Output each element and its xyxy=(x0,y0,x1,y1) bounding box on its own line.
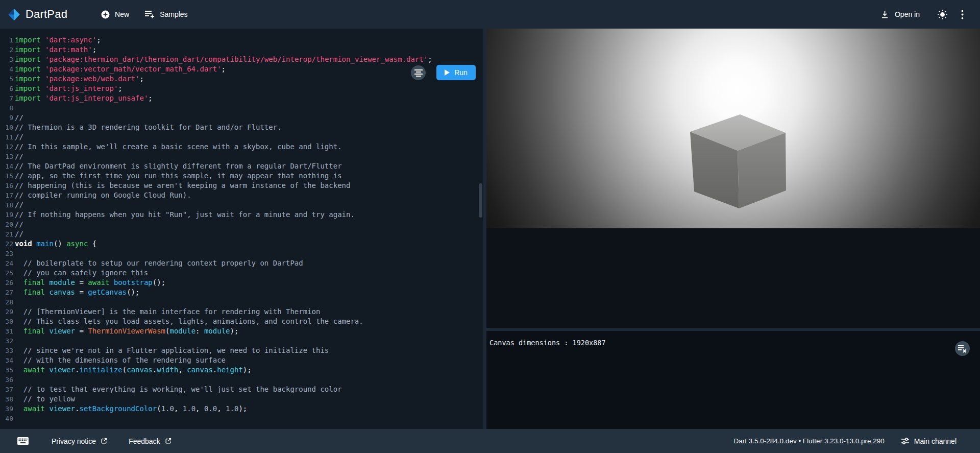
code-line: 38 // to yellow xyxy=(0,394,483,404)
external-link-icon xyxy=(165,438,172,444)
code-text xyxy=(13,297,15,307)
code-text: // This class lets you load assets, ligh… xyxy=(13,317,363,326)
code-text: import 'dart:js_interop_unsafe'; xyxy=(13,93,153,103)
code-text: // you can safely ignore this xyxy=(13,268,148,278)
code-text: // xyxy=(13,113,23,123)
feedback-link[interactable]: Feedback xyxy=(129,437,171,445)
render-canvas[interactable] xyxy=(486,29,980,228)
line-number: 32 xyxy=(0,336,13,346)
line-number: 34 xyxy=(0,355,13,365)
line-number: 39 xyxy=(0,404,13,414)
line-number: 11 xyxy=(0,132,13,142)
line-number: 27 xyxy=(0,288,13,297)
code-line: 30 // This class lets you load assets, l… xyxy=(0,317,483,326)
line-number: 7 xyxy=(0,93,13,103)
code-text: await viewer.initialize(canvas.width, ca… xyxy=(13,365,252,375)
line-number: 3 xyxy=(0,55,13,64)
code-line: 37 // to test that everything is working… xyxy=(0,385,483,394)
header: DartPad New Samples xyxy=(0,0,980,29)
code-line: 31 final viewer = ThermionViewerWasm(mod… xyxy=(0,326,483,336)
line-number: 28 xyxy=(0,297,13,307)
format-button[interactable] xyxy=(411,65,426,80)
code-text: // boilerplate to setup our rendering co… xyxy=(13,258,303,268)
code-line: 18// xyxy=(0,200,483,210)
code-text: import 'package:thermion_dart/thermion_d… xyxy=(13,55,432,64)
code-line: 1import 'dart:async'; xyxy=(0,35,483,45)
channel-selector-button[interactable]: Main channel xyxy=(901,437,957,445)
code-text: // xyxy=(13,220,23,229)
clear-console-button[interactable] xyxy=(955,341,970,356)
line-number: 1 xyxy=(0,35,13,45)
code-text: // xyxy=(13,229,23,239)
footer: Privacy notice Feedback Dart 3.5.0-284.0… xyxy=(0,429,980,453)
code-line: 21// xyxy=(0,229,483,239)
line-number: 6 xyxy=(0,84,13,93)
code-text: // to test that everything is working, w… xyxy=(13,385,342,394)
theme-toggle-button[interactable] xyxy=(937,9,948,20)
line-number: 23 xyxy=(0,249,13,258)
line-number: 20 xyxy=(0,220,13,229)
line-number: 2 xyxy=(0,45,13,55)
line-number: 21 xyxy=(0,229,13,239)
run-button-label: Run xyxy=(454,68,468,77)
line-number: 19 xyxy=(0,210,13,220)
code-line: 13// xyxy=(0,152,483,161)
line-number: 16 xyxy=(0,181,13,190)
feedback-label: Feedback xyxy=(129,437,160,445)
samples-button[interactable]: Samples xyxy=(145,10,187,19)
line-number: 37 xyxy=(0,385,13,394)
code-line: 39 await viewer.setBackgroundColor(1.0, … xyxy=(0,404,483,414)
code-line: 35 await viewer.initialize(canvas.width,… xyxy=(0,365,483,375)
code-text xyxy=(13,249,15,258)
line-number: 25 xyxy=(0,268,13,278)
line-number: 12 xyxy=(0,142,13,152)
code-text: import 'package:vector_math/vector_math_… xyxy=(13,64,226,74)
new-button[interactable]: New xyxy=(101,10,129,19)
code-text: // [ThermionViewer] is the main interfac… xyxy=(13,307,320,317)
code-line: 9// xyxy=(0,113,483,123)
samples-button-label: Samples xyxy=(160,10,187,18)
editor-scrollbar[interactable] xyxy=(479,183,482,218)
brightness-icon xyxy=(937,9,948,20)
code-text: // Thermion is a 3D rendering toolkit fo… xyxy=(13,123,282,132)
code-line: 5import 'package:web/web.dart'; xyxy=(0,74,483,84)
code-text: import 'dart:math'; xyxy=(13,45,96,55)
code-editor[interactable]: 1import 'dart:async';2import 'dart:math'… xyxy=(0,29,483,429)
code-line: 22void main() async { xyxy=(0,239,483,249)
code-line: 20// xyxy=(0,220,483,229)
line-number: 15 xyxy=(0,171,13,181)
code-text: // In this sample, we'll create a basic … xyxy=(13,142,342,152)
code-line: 3import 'package:thermion_dart/thermion_… xyxy=(0,55,483,64)
code-line: 19// If nothing happens when you hit "Ru… xyxy=(0,210,483,220)
clear-console-icon xyxy=(958,345,967,353)
run-button[interactable]: Run xyxy=(436,65,476,80)
code-text: // The DartPad environment is slightly d… xyxy=(13,161,342,171)
open-in-button[interactable]: Open in xyxy=(880,10,920,19)
line-number: 31 xyxy=(0,326,13,336)
code-text: await viewer.setBackgroundColor(1.0, 1.0… xyxy=(13,404,247,414)
line-number: 35 xyxy=(0,365,13,375)
line-number: 17 xyxy=(0,190,13,200)
code-line: 28 xyxy=(0,297,483,307)
code-line: 16// happening (this is because we aren'… xyxy=(0,181,483,190)
download-icon xyxy=(880,10,889,19)
overflow-menu-button[interactable] xyxy=(961,10,964,19)
console-output: Canvas dimensions : 980x453 xyxy=(486,331,980,347)
code-line: 15// app, so the first time you run this… xyxy=(0,171,483,181)
format-align-icon xyxy=(414,69,423,77)
privacy-notice-label: Privacy notice xyxy=(52,437,96,445)
code-text: // happening (this is because we aren't … xyxy=(13,181,350,190)
code-line: 10// Thermion is a 3D rendering toolkit … xyxy=(0,123,483,132)
code-text: // xyxy=(13,200,23,210)
code-text: import 'dart:async'; xyxy=(13,35,101,45)
code-line: 32 xyxy=(0,336,483,346)
code-text: final canvas = getCanvas(); xyxy=(13,288,139,297)
keyboard-shortcuts-button[interactable] xyxy=(17,437,29,445)
external-link-icon xyxy=(101,438,107,444)
code-line: 17// compiler running on Google Cloud Ru… xyxy=(0,190,483,200)
line-number: 14 xyxy=(0,161,13,171)
code-text: // If nothing happens when you hit "Run"… xyxy=(13,210,355,220)
code-line: 8 xyxy=(0,103,483,113)
code-line: 25 // you can safely ignore this xyxy=(0,268,483,278)
privacy-notice-link[interactable]: Privacy notice xyxy=(52,437,107,445)
